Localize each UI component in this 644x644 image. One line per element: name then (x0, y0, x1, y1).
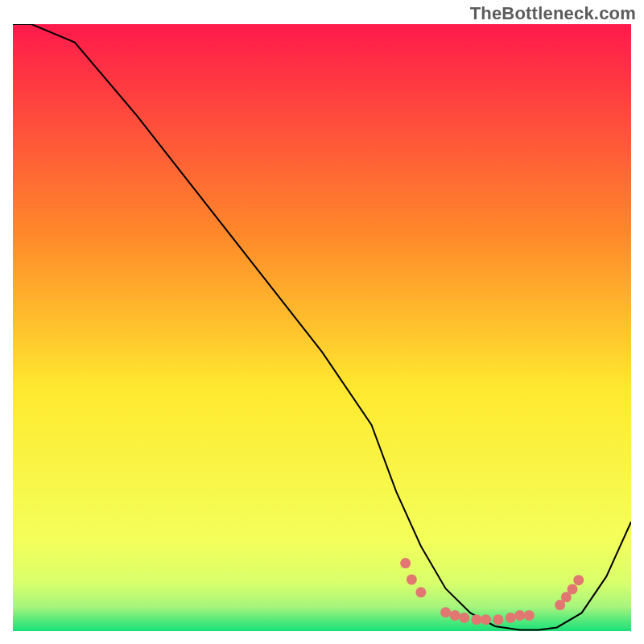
highlight-dot (459, 613, 469, 623)
highlight-dot (472, 614, 482, 625)
plot-area (13, 24, 631, 631)
chart-container: TheBottleneck.com (0, 0, 644, 644)
gradient-background (13, 24, 631, 631)
highlight-dot (450, 610, 460, 621)
highlight-dot (415, 587, 426, 597)
chart-svg (13, 24, 631, 631)
highlight-dot (440, 607, 451, 617)
highlight-dot (524, 610, 535, 621)
highlight-dot (514, 610, 525, 621)
highlight-dot (573, 575, 584, 585)
highlight-dot (568, 584, 578, 594)
highlight-dot (481, 614, 491, 625)
watermark-text: TheBottleneck.com (470, 3, 636, 24)
highlight-dot (400, 558, 411, 568)
highlight-dot (493, 614, 503, 625)
highlight-dot (407, 574, 417, 584)
highlight-dot (506, 613, 516, 623)
